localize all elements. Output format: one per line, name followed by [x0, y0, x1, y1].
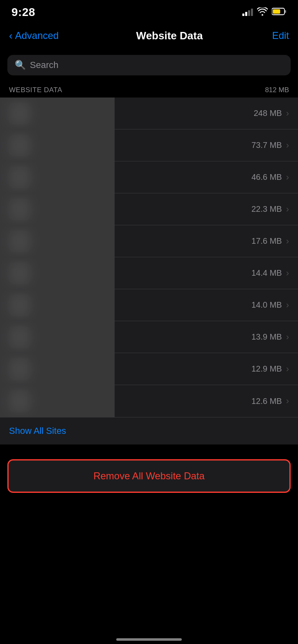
list-item[interactable]: 13.9 MB ›: [0, 321, 298, 353]
back-button[interactable]: ‹ Advanced: [9, 30, 74, 41]
site-size: 12.9 MB: [251, 364, 282, 374]
site-size: 73.7 MB: [251, 141, 282, 150]
edit-button[interactable]: Edit: [264, 30, 289, 41]
site-size: 12.6 MB: [251, 397, 282, 406]
search-bar[interactable]: 🔍 Search: [7, 55, 291, 75]
blur-overlay: [0, 129, 115, 161]
section-header: WEBSITE DATA 812 MB: [0, 82, 298, 98]
blur-overlay: [0, 321, 115, 353]
blur-overlay: [0, 98, 115, 129]
signal-icon: [242, 9, 253, 16]
svg-rect-1: [285, 10, 286, 13]
home-bar: [116, 638, 182, 641]
list-item[interactable]: 46.6 MB ›: [0, 161, 298, 193]
chevron-right-icon: ›: [286, 108, 289, 119]
site-size: 13.9 MB: [251, 332, 282, 342]
chevron-left-icon: ‹: [9, 30, 13, 41]
status-bar: 9:28: [0, 0, 298, 22]
show-all-container[interactable]: Show All Sites: [0, 417, 298, 444]
blur-overlay: [0, 289, 115, 321]
site-size: 14.0 MB: [251, 300, 282, 310]
chevron-right-icon: ›: [286, 204, 289, 215]
data-list: 248 MB › 73.7 MB › 46.6 MB › 22.3 MB › 1: [0, 98, 298, 444]
list-item[interactable]: 14.0 MB ›: [0, 289, 298, 321]
chevron-right-icon: ›: [286, 236, 289, 247]
chevron-right-icon: ›: [286, 268, 289, 279]
list-item[interactable]: 248 MB ›: [0, 98, 298, 129]
bottom-spacer: [0, 493, 298, 575]
list-item[interactable]: 12.9 MB ›: [0, 353, 298, 385]
chevron-right-icon: ›: [286, 332, 289, 342]
blur-overlay: [0, 225, 115, 257]
list-item[interactable]: 22.3 MB ›: [0, 193, 298, 225]
remove-section: Remove All Website Data: [0, 459, 298, 493]
remove-all-button[interactable]: Remove All Website Data: [7, 459, 291, 493]
section-separator: [0, 444, 298, 459]
blur-overlay: [0, 193, 115, 225]
chevron-right-icon: ›: [286, 396, 289, 406]
site-size: 22.3 MB: [251, 204, 282, 214]
search-placeholder: Search: [30, 60, 59, 70]
blur-overlay: [0, 385, 115, 417]
list-item[interactable]: 14.4 MB ›: [0, 257, 298, 289]
nav-bar: ‹ Advanced Website Data Edit: [0, 22, 298, 51]
wifi-icon: [257, 7, 268, 17]
blur-overlay: [0, 353, 115, 385]
blur-overlay: [0, 161, 115, 193]
home-indicator: [0, 630, 298, 644]
list-item[interactable]: 12.6 MB ›: [0, 385, 298, 417]
chevron-right-icon: ›: [286, 364, 289, 374]
list-item[interactable]: 73.7 MB ›: [0, 129, 298, 161]
site-size: 248 MB: [254, 109, 282, 118]
show-all-button[interactable]: Show All Sites: [9, 426, 66, 436]
chevron-right-icon: ›: [286, 300, 289, 311]
list-item[interactable]: 17.6 MB ›: [0, 225, 298, 257]
search-container: 🔍 Search: [0, 51, 298, 82]
section-label: WEBSITE DATA: [9, 86, 62, 94]
site-size: 14.4 MB: [251, 268, 282, 278]
status-icons: [242, 7, 287, 17]
remove-button-label: Remove All Website Data: [93, 470, 205, 481]
site-size: 17.6 MB: [251, 236, 282, 246]
search-icon: 🔍: [15, 60, 26, 70]
section-total: 812 MB: [265, 86, 289, 94]
chevron-right-icon: ›: [286, 172, 289, 183]
page-title: Website Data: [74, 29, 264, 42]
battery-icon: [272, 8, 287, 17]
status-time: 9:28: [11, 6, 35, 19]
svg-rect-2: [273, 9, 280, 14]
blur-overlay: [0, 257, 115, 289]
chevron-right-icon: ›: [286, 140, 289, 151]
site-size: 46.6 MB: [251, 172, 282, 182]
back-label: Advanced: [15, 30, 59, 41]
